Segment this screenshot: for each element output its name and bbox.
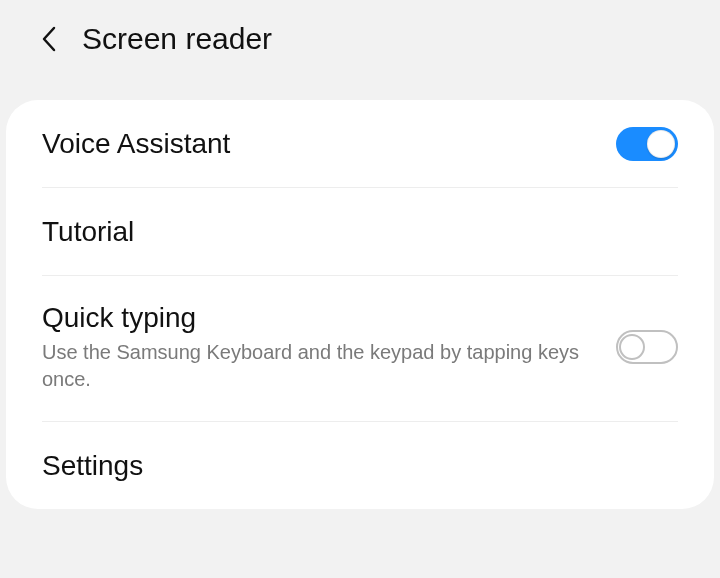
settings-card: Voice Assistant Tutorial Quick typing Us… <box>6 100 714 509</box>
row-text: Quick typing Use the Samsung Keyboard an… <box>42 300 616 393</box>
tutorial-title: Tutorial <box>42 214 658 249</box>
tutorial-row[interactable]: Tutorial <box>42 188 678 276</box>
voice-assistant-toggle[interactable] <box>616 127 678 161</box>
quick-typing-toggle[interactable] <box>616 330 678 364</box>
row-text: Settings <box>42 448 678 483</box>
quick-typing-desc: Use the Samsung Keyboard and the keypad … <box>42 339 596 393</box>
page-title: Screen reader <box>82 22 272 56</box>
quick-typing-row[interactable]: Quick typing Use the Samsung Keyboard an… <box>42 276 678 422</box>
row-text: Tutorial <box>42 214 678 249</box>
toggle-knob <box>619 334 645 360</box>
voice-assistant-row[interactable]: Voice Assistant <box>42 100 678 188</box>
voice-assistant-title: Voice Assistant <box>42 126 596 161</box>
row-text: Voice Assistant <box>42 126 616 161</box>
toggle-knob <box>647 130 675 158</box>
back-icon[interactable] <box>38 28 60 50</box>
settings-row[interactable]: Settings <box>42 422 678 509</box>
settings-title: Settings <box>42 448 658 483</box>
header: Screen reader <box>0 0 720 78</box>
quick-typing-title: Quick typing <box>42 300 596 335</box>
